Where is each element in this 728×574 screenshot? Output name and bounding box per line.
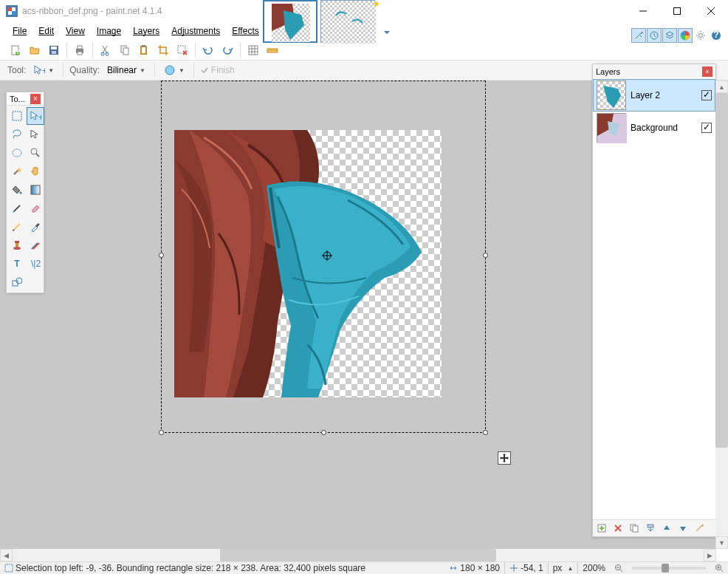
cut-button[interactable] — [97, 42, 114, 58]
line-tool[interactable]: \|2 — [27, 255, 44, 273]
color-picker-tool[interactable] — [27, 218, 44, 236]
handle-bottom-right[interactable] — [483, 430, 488, 435]
horizontal-scrollbar[interactable]: ◀ ▶ — [0, 549, 716, 561]
lasso-tool[interactable] — [8, 126, 26, 143]
pivot-icon[interactable] — [322, 250, 332, 261]
layer-row-0[interactable]: Layer 2 — [593, 79, 715, 112]
menu-image[interactable]: Image — [92, 24, 126, 38]
pan-tool[interactable] — [27, 163, 44, 180]
svg-text:?: ? — [713, 30, 718, 40]
deselect-button[interactable] — [174, 42, 190, 58]
vscroll-thumb[interactable] — [715, 93, 728, 448]
add-layer-button[interactable] — [594, 522, 609, 535]
layer-visibility-0[interactable] — [701, 90, 712, 100]
merge-layer-button[interactable] — [643, 522, 658, 535]
menu-view[interactable]: View — [61, 24, 90, 38]
quality-value: Bilinear — [107, 65, 137, 75]
canvas[interactable] — [174, 130, 442, 397]
resize-icon — [449, 564, 458, 573]
scroll-down-button[interactable]: ▼ — [715, 536, 728, 549]
unit-selector[interactable]: px▲ — [549, 563, 578, 573]
thumbnail-menu-button[interactable] — [382, 28, 391, 37]
vertical-scrollbar[interactable]: ▲ ▼ — [715, 81, 728, 549]
zoom-level[interactable]: 200% — [578, 563, 610, 573]
maximize-button[interactable] — [660, 0, 694, 22]
layer-name-1: Background — [631, 123, 697, 133]
scroll-right-button[interactable]: ▶ — [704, 549, 716, 561]
toolbox-panel: To... × + T \|2 — [6, 92, 44, 293]
quality-selector[interactable]: Bilinear ▼ — [104, 64, 148, 77]
document-thumbnails: ★ — [263, 0, 391, 43]
zoom-tool[interactable] — [27, 144, 44, 162]
magic-wand-tool[interactable] — [8, 163, 26, 180]
crop-button[interactable] — [155, 42, 171, 58]
paintbrush-tool[interactable] — [8, 199, 26, 217]
new-file-button[interactable]: + — [7, 42, 24, 58]
ellipse-select-tool[interactable] — [8, 144, 26, 162]
copy-button[interactable] — [117, 42, 133, 58]
tools-window-toggle[interactable] — [631, 28, 646, 43]
shapes-tool[interactable] — [8, 273, 26, 291]
gradient-tool[interactable] — [27, 181, 44, 199]
quality-label: Quality: — [69, 65, 100, 75]
settings-button[interactable] — [693, 28, 708, 43]
rect-select-tool[interactable] — [8, 107, 26, 125]
menu-file[interactable]: File — [7, 24, 32, 38]
menu-layers[interactable]: Layers — [128, 24, 165, 38]
colors-window-toggle[interactable] — [678, 28, 693, 43]
sampling-selector[interactable]: ▼ — [161, 63, 188, 78]
move-handle[interactable] — [498, 451, 511, 465]
recolor-tool[interactable] — [27, 236, 44, 254]
menu-effects[interactable]: Effects — [227, 24, 264, 38]
scroll-up-button[interactable]: ▲ — [715, 81, 728, 93]
zoom-in-button[interactable] — [710, 564, 728, 573]
print-button[interactable] — [72, 42, 88, 58]
undo-button[interactable] — [200, 42, 216, 58]
layers-close-button[interactable]: × — [702, 66, 712, 77]
document-thumb-2[interactable]: ★ — [320, 0, 375, 43]
menu-adjustments[interactable]: Adjustments — [166, 24, 225, 38]
minimize-button[interactable] — [626, 0, 660, 22]
layer-row-1[interactable]: Background — [593, 112, 715, 144]
svg-text:+: + — [15, 47, 20, 56]
handle-bottom-mid[interactable] — [321, 430, 326, 435]
move-layer-down-button[interactable] — [676, 522, 690, 535]
move-layer-up-button[interactable] — [659, 522, 674, 535]
save-button[interactable] — [46, 42, 62, 58]
layer-properties-button[interactable] — [692, 522, 707, 535]
redo-button[interactable] — [219, 42, 236, 58]
zoom-out-button[interactable] — [610, 564, 628, 573]
close-button[interactable] — [694, 0, 728, 22]
svg-rect-2 — [8, 7, 12, 11]
delete-layer-button[interactable] — [611, 522, 625, 535]
toolbox-close-button[interactable]: × — [30, 94, 41, 104]
layer-visibility-1[interactable] — [701, 123, 712, 133]
handle-mid-left[interactable] — [159, 253, 164, 258]
finish-button: Finish — [200, 65, 235, 75]
history-window-toggle[interactable] — [647, 28, 662, 43]
paste-button[interactable] — [136, 42, 152, 58]
tool-selector[interactable]: + ▼ — [30, 63, 57, 78]
svg-line-21 — [703, 38, 704, 38]
document-thumb-1[interactable] — [263, 0, 317, 43]
open-file-button[interactable] — [27, 42, 43, 58]
duplicate-layer-button[interactable] — [627, 522, 642, 535]
handle-bottom-left[interactable] — [159, 430, 164, 435]
fill-tool[interactable] — [8, 181, 26, 199]
hscroll-thumb[interactable] — [220, 549, 496, 561]
text-tool[interactable]: T — [8, 255, 26, 273]
handle-mid-right[interactable] — [483, 253, 488, 258]
help-button[interactable]: ? — [709, 28, 724, 43]
clone-stamp-tool[interactable] — [8, 236, 26, 254]
zoom-slider[interactable] — [628, 567, 710, 570]
svg-rect-87 — [633, 526, 638, 532]
grid-button[interactable] — [245, 42, 261, 58]
move-selection-tool[interactable]: + — [27, 107, 44, 125]
pencil-tool[interactable] — [8, 218, 26, 236]
svg-rect-67 — [31, 185, 40, 194]
menu-edit[interactable]: Edit — [33, 24, 59, 38]
move-tool[interactable] — [27, 126, 44, 143]
scroll-left-button[interactable]: ◀ — [0, 549, 13, 561]
layers-window-toggle[interactable] — [662, 28, 677, 43]
eraser-tool[interactable] — [27, 199, 44, 217]
